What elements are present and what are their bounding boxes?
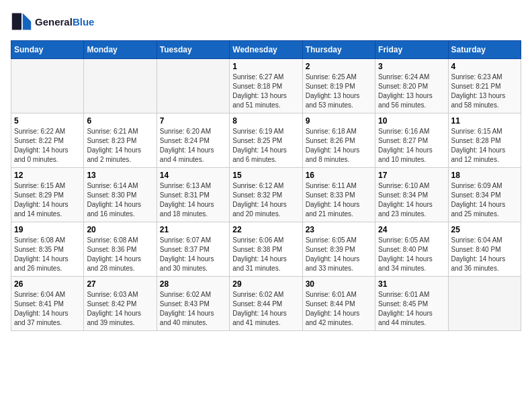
day-number: 19 (14, 225, 81, 234)
day-info: Sunrise: 6:20 AMSunset: 8:24 PMDaylight:… (160, 127, 226, 165)
day-number: 16 (306, 171, 372, 180)
day-number: 3 (378, 62, 445, 71)
weekday-header-thursday: Thursday (302, 41, 375, 59)
day-info: Sunrise: 6:03 AMSunset: 8:42 PMDaylight:… (87, 290, 153, 328)
calendar-cell: 2Sunrise: 6:25 AMSunset: 8:19 PMDaylight… (302, 59, 375, 113)
calendar-cell: 25Sunrise: 6:04 AMSunset: 8:40 PMDayligh… (448, 222, 521, 277)
weekday-header-saturday: Saturday (448, 41, 521, 59)
day-number: 1 (232, 62, 299, 71)
calendar-cell: 19Sunrise: 6:08 AMSunset: 8:35 PMDayligh… (11, 222, 84, 277)
day-info: Sunrise: 6:22 AMSunset: 8:22 PMDaylight:… (14, 127, 81, 165)
day-info: Sunrise: 6:01 AMSunset: 8:44 PMDaylight:… (306, 290, 372, 328)
day-info: Sunrise: 6:09 AMSunset: 8:34 PMDaylight:… (451, 181, 518, 219)
calendar-cell (157, 59, 229, 113)
calendar-cell (11, 59, 84, 113)
day-number: 13 (87, 171, 153, 180)
calendar-cell: 21Sunrise: 6:07 AMSunset: 8:37 PMDayligh… (157, 222, 229, 277)
calendar-cell: 24Sunrise: 6:05 AMSunset: 8:40 PMDayligh… (375, 222, 448, 277)
day-number: 24 (378, 225, 445, 234)
day-number: 7 (160, 116, 226, 126)
day-info: Sunrise: 6:05 AMSunset: 8:39 PMDaylight:… (306, 236, 372, 273)
day-number: 11 (451, 116, 518, 126)
day-number: 23 (306, 225, 372, 234)
day-number: 9 (306, 116, 372, 126)
calendar-cell: 26Sunrise: 6:04 AMSunset: 8:41 PMDayligh… (11, 277, 84, 331)
day-number: 8 (232, 116, 299, 126)
day-info: Sunrise: 6:19 AMSunset: 8:25 PMDaylight:… (232, 127, 299, 165)
day-info: Sunrise: 6:27 AMSunset: 8:18 PMDaylight:… (232, 73, 299, 110)
day-number: 29 (232, 279, 299, 289)
calendar-cell: 8Sunrise: 6:19 AMSunset: 8:25 PMDaylight… (230, 113, 302, 168)
day-number: 20 (87, 225, 153, 234)
calendar-cell: 9Sunrise: 6:18 AMSunset: 8:26 PMDaylight… (302, 113, 375, 168)
calendar-cell: 16Sunrise: 6:11 AMSunset: 8:33 PMDayligh… (302, 168, 375, 222)
day-info: Sunrise: 6:02 AMSunset: 8:44 PMDaylight:… (232, 290, 299, 328)
calendar-cell (448, 277, 521, 331)
calendar-cell: 22Sunrise: 6:06 AMSunset: 8:38 PMDayligh… (230, 222, 302, 277)
weekday-header-friday: Friday (375, 41, 448, 59)
calendar-cell: 5Sunrise: 6:22 AMSunset: 8:22 PMDaylight… (11, 113, 84, 168)
day-number: 30 (306, 279, 372, 289)
calendar-cell: 12Sunrise: 6:15 AMSunset: 8:29 PMDayligh… (11, 168, 84, 222)
calendar-cell: 29Sunrise: 6:02 AMSunset: 8:44 PMDayligh… (230, 277, 302, 331)
logo: GeneralBlue (11, 11, 94, 32)
calendar-cell: 27Sunrise: 6:03 AMSunset: 8:42 PMDayligh… (84, 277, 157, 331)
calendar-cell: 3Sunrise: 6:24 AMSunset: 8:20 PMDaylight… (375, 59, 448, 113)
day-info: Sunrise: 6:08 AMSunset: 8:36 PMDaylight:… (87, 236, 153, 273)
day-number: 5 (14, 116, 81, 126)
svg-rect-3 (12, 13, 21, 30)
day-info: Sunrise: 6:21 AMSunset: 8:23 PMDaylight:… (87, 127, 153, 165)
page-header: GeneralBlue (11, 11, 521, 32)
calendar-cell: 7Sunrise: 6:20 AMSunset: 8:24 PMDaylight… (157, 113, 229, 168)
calendar-cell: 11Sunrise: 6:15 AMSunset: 8:28 PMDayligh… (448, 113, 521, 168)
day-number: 22 (232, 225, 299, 234)
day-info: Sunrise: 6:01 AMSunset: 8:45 PMDaylight:… (378, 290, 445, 328)
day-info: Sunrise: 6:04 AMSunset: 8:41 PMDaylight:… (14, 290, 81, 328)
logo-icon (11, 11, 32, 32)
day-number: 18 (451, 171, 518, 180)
day-number: 12 (14, 171, 81, 180)
day-info: Sunrise: 6:12 AMSunset: 8:32 PMDaylight:… (232, 181, 299, 219)
calendar-cell (84, 59, 157, 113)
day-info: Sunrise: 6:15 AMSunset: 8:29 PMDaylight:… (14, 181, 81, 219)
day-info: Sunrise: 6:04 AMSunset: 8:40 PMDaylight:… (451, 236, 518, 273)
day-number: 31 (378, 279, 445, 289)
calendar-cell: 20Sunrise: 6:08 AMSunset: 8:36 PMDayligh… (84, 222, 157, 277)
day-info: Sunrise: 6:14 AMSunset: 8:30 PMDaylight:… (87, 181, 153, 219)
day-number: 27 (87, 279, 153, 289)
day-info: Sunrise: 6:06 AMSunset: 8:38 PMDaylight:… (232, 236, 299, 273)
day-info: Sunrise: 6:08 AMSunset: 8:35 PMDaylight:… (14, 236, 81, 273)
day-info: Sunrise: 6:07 AMSunset: 8:37 PMDaylight:… (160, 236, 226, 273)
day-number: 28 (160, 279, 226, 289)
day-info: Sunrise: 6:25 AMSunset: 8:19 PMDaylight:… (306, 73, 372, 110)
calendar-cell: 18Sunrise: 6:09 AMSunset: 8:34 PMDayligh… (448, 168, 521, 222)
day-number: 6 (87, 116, 153, 126)
calendar-cell: 14Sunrise: 6:13 AMSunset: 8:31 PMDayligh… (157, 168, 229, 222)
calendar-cell: 6Sunrise: 6:21 AMSunset: 8:23 PMDaylight… (84, 113, 157, 168)
weekday-header-sunday: Sunday (11, 41, 84, 59)
calendar-cell: 10Sunrise: 6:16 AMSunset: 8:27 PMDayligh… (375, 113, 448, 168)
calendar-table: SundayMondayTuesdayWednesdayThursdayFrid… (11, 40, 521, 331)
day-info: Sunrise: 6:18 AMSunset: 8:26 PMDaylight:… (306, 127, 372, 165)
day-number: 4 (451, 62, 518, 71)
calendar-cell: 17Sunrise: 6:10 AMSunset: 8:34 PMDayligh… (375, 168, 448, 222)
calendar-cell: 28Sunrise: 6:02 AMSunset: 8:43 PMDayligh… (157, 277, 229, 331)
day-info: Sunrise: 6:16 AMSunset: 8:27 PMDaylight:… (378, 127, 445, 165)
day-number: 26 (14, 279, 81, 289)
calendar-cell: 30Sunrise: 6:01 AMSunset: 8:44 PMDayligh… (302, 277, 375, 331)
day-info: Sunrise: 6:11 AMSunset: 8:33 PMDaylight:… (306, 181, 372, 219)
logo-text: GeneralBlue (35, 16, 94, 28)
day-info: Sunrise: 6:15 AMSunset: 8:28 PMDaylight:… (451, 127, 518, 165)
day-info: Sunrise: 6:13 AMSunset: 8:31 PMDaylight:… (160, 181, 226, 219)
calendar-cell: 31Sunrise: 6:01 AMSunset: 8:45 PMDayligh… (375, 277, 448, 331)
day-info: Sunrise: 6:05 AMSunset: 8:40 PMDaylight:… (378, 236, 445, 273)
weekday-header-tuesday: Tuesday (157, 41, 229, 59)
day-number: 21 (160, 225, 226, 234)
day-info: Sunrise: 6:02 AMSunset: 8:43 PMDaylight:… (160, 290, 226, 328)
day-number: 17 (378, 171, 445, 180)
day-number: 2 (306, 62, 372, 71)
calendar-cell: 4Sunrise: 6:23 AMSunset: 8:21 PMDaylight… (448, 59, 521, 113)
day-info: Sunrise: 6:23 AMSunset: 8:21 PMDaylight:… (451, 73, 518, 110)
calendar-cell: 13Sunrise: 6:14 AMSunset: 8:30 PMDayligh… (84, 168, 157, 222)
calendar-cell: 15Sunrise: 6:12 AMSunset: 8:32 PMDayligh… (230, 168, 302, 222)
